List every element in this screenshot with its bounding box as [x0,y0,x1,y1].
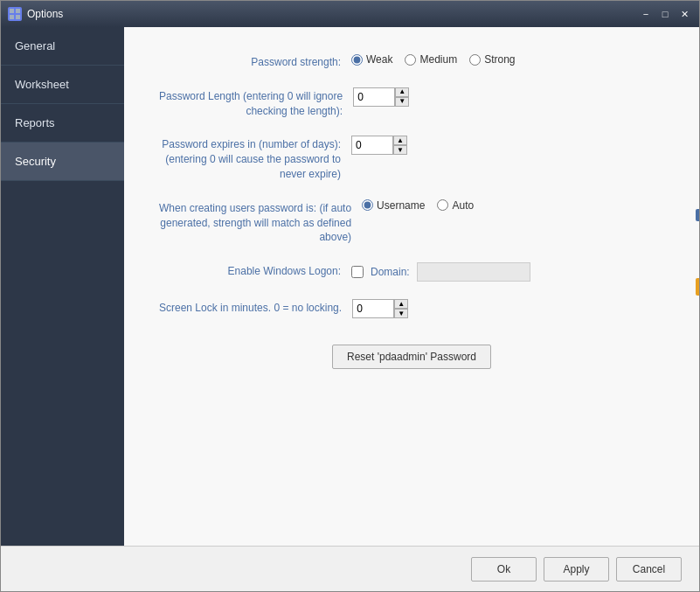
app-icon [8,7,22,21]
password-length-row: Password Length (entering 0 will ignorec… [159,87,664,119]
sidebar-item-general[interactable]: General [1,27,124,66]
password-length-label: Password Length (entering 0 will ignorec… [159,87,353,119]
cancel-button[interactable]: Cancel [616,557,682,582]
accent-bar [696,278,699,296]
sidebar: General Worksheet Reports Security [1,27,124,546]
password-strength-label: Password strength: [159,53,351,70]
password-expires-spinner: ▲ ▼ [351,136,407,155]
password-expires-input[interactable] [351,136,393,155]
minimize-button[interactable]: − [638,6,654,22]
sidebar-item-worksheet[interactable]: Worksheet [1,66,124,104]
footer: Ok Apply Cancel [1,546,699,591]
window-title: Options [27,8,63,20]
password-length-input[interactable] [353,87,395,107]
creation-auto-label[interactable]: Auto [437,199,474,212]
password-creation-row: When creating users password is: (if aut… [159,199,664,245]
reset-row: Reset 'pdaadmin' Password [159,345,664,369]
creation-radio-group: Username Auto [362,199,474,212]
content-area: Password strength: Weak Medium Strong [124,27,699,546]
svg-rect-2 [10,15,14,19]
windows-logon-checkbox[interactable] [351,266,364,278]
creation-username-radio[interactable] [362,199,373,211]
password-expires-row: Password expires in (number of days):(en… [159,136,664,181]
title-bar: Options − □ ✕ [1,1,699,27]
windows-logon-row: Enable Windows Logon: Domain: [159,262,664,282]
maximize-button[interactable]: □ [657,6,673,22]
strength-medium-label[interactable]: Medium [405,53,457,66]
creation-auto-radio[interactable] [437,199,448,211]
domain-label: Domain: [371,266,410,278]
password-length-down[interactable]: ▼ [395,97,409,107]
apply-button[interactable]: Apply [544,557,609,582]
sidebar-item-security[interactable]: Security [1,143,124,181]
password-strength-row: Password strength: Weak Medium Strong [159,53,664,70]
svg-rect-3 [16,15,20,19]
screen-lock-input[interactable] [352,299,394,318]
password-length-spinner: ▲ ▼ [353,87,409,107]
ok-button[interactable]: Ok [471,557,537,582]
accent-bar-2 [696,209,699,221]
screen-lock-up[interactable]: ▲ [394,299,408,309]
strength-strong-label[interactable]: Strong [469,53,515,66]
strength-radio-group: Weak Medium Strong [351,53,516,66]
main-content: General Worksheet Reports Security Passw… [1,27,699,546]
password-creation-label: When creating users password is: (if aut… [159,199,362,245]
creation-username-label[interactable]: Username [362,199,425,212]
svg-rect-1 [16,9,20,13]
svg-rect-0 [10,9,14,13]
sidebar-item-reports[interactable]: Reports [1,104,124,143]
screen-lock-row: Screen Lock in minutes. 0 = no locking. … [159,299,664,318]
domain-input[interactable] [417,262,530,282]
password-expires-up[interactable]: ▲ [393,136,407,145]
password-expires-down[interactable]: ▼ [393,145,407,155]
password-length-up[interactable]: ▲ [395,87,409,97]
close-button[interactable]: ✕ [676,6,692,22]
screen-lock-label: Screen Lock in minutes. 0 = no locking. [159,299,352,316]
strength-strong-radio[interactable] [469,54,481,66]
strength-weak-label[interactable]: Weak [351,53,392,66]
screen-lock-down[interactable]: ▼ [394,309,408,318]
reset-password-button[interactable]: Reset 'pdaadmin' Password [332,345,491,369]
strength-weak-radio[interactable] [351,54,363,66]
password-expires-label: Password expires in (number of days):(en… [159,136,351,181]
options-window: Options − □ ✕ General Worksheet Reports … [0,0,700,592]
strength-medium-radio[interactable] [405,54,416,66]
screen-lock-spinner: ▲ ▼ [352,299,408,318]
windows-logon-label: Enable Windows Logon: [159,262,351,279]
